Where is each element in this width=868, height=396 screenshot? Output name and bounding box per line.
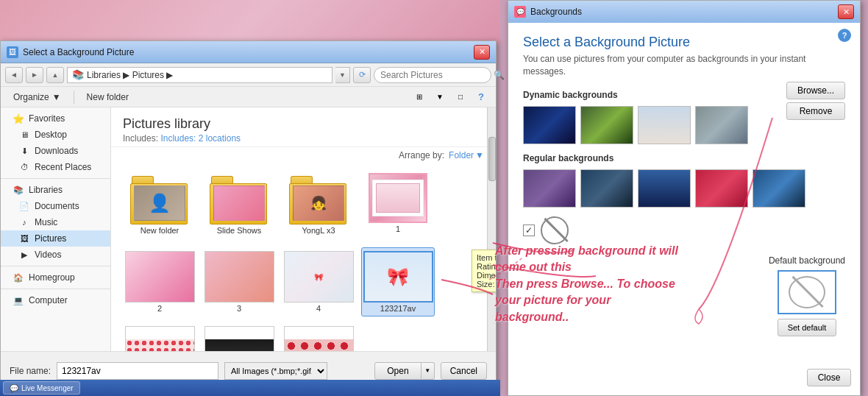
nav-downloads[interactable]: ⬇ Downloads xyxy=(1,143,110,159)
bg-right-buttons: Browse... Remove xyxy=(786,82,845,120)
nav-computer[interactable]: 💻 Computer xyxy=(1,292,110,308)
search-icon: 🔍 xyxy=(494,70,505,80)
regular-thumb-4[interactable] xyxy=(695,169,748,208)
backgrounds-dialog: 💬 Backgrounds ✕ ? Select a Background Pi… xyxy=(508,0,861,396)
forward-button[interactable]: ► xyxy=(26,67,43,83)
image-item[interactable] xyxy=(123,322,196,351)
folder-item[interactable]: 👧 YongL x3 xyxy=(282,169,355,238)
image-thumb-selected: 🎀 xyxy=(363,251,433,303)
folder-grid: 👤 New folder Slide Shows xyxy=(111,163,496,244)
folder-item[interactable]: 1 xyxy=(361,169,435,238)
help-icon[interactable]: ? xyxy=(838,29,851,42)
taskbar-messenger[interactable]: 💬 Live Messenger xyxy=(3,381,80,395)
nav-homegroup[interactable]: 🏠 Homegroup xyxy=(1,269,110,286)
search-box[interactable]: 🔍 xyxy=(374,67,491,83)
dynamic-thumb-3[interactable] xyxy=(638,106,691,144)
thumb-image xyxy=(581,107,633,144)
up-button[interactable]: ▲ xyxy=(46,67,64,83)
nav-libraries[interactable]: 📚 Libraries xyxy=(1,182,110,198)
back-button[interactable]: ◄ xyxy=(5,67,23,83)
image-item-selected[interactable]: 🎀 123217av xyxy=(361,247,435,317)
regular-section-title: Regular backgrounds xyxy=(523,153,845,163)
preview-button[interactable]: □ xyxy=(452,89,469,105)
dynamic-thumb-4[interactable] xyxy=(695,106,748,144)
default-bg-label: Default background xyxy=(769,255,845,266)
toolbar: Organize ▼ New folder ⊞ ▼ □ ? xyxy=(1,87,496,107)
organize-button[interactable]: Organize ▼ xyxy=(7,89,68,105)
thumb-image xyxy=(638,170,690,207)
refresh-button[interactable]: ⟳ xyxy=(353,67,371,83)
dynamic-thumb-1[interactable] xyxy=(523,106,576,144)
nav-recent-places[interactable]: ⏱ Recent Places xyxy=(1,159,110,175)
image-thumb-3 xyxy=(204,251,274,303)
image-thumb-4: 🎀 xyxy=(284,251,354,303)
address-dropdown[interactable]: ▼ xyxy=(335,67,350,83)
arrange-bar: Arrange by: Folder ▼ xyxy=(111,147,496,163)
filetype-select[interactable]: All Images (*.bmp;*.gif... xyxy=(224,362,327,380)
regular-thumb-1[interactable] xyxy=(523,169,576,208)
toolbar-right: ⊞ ▼ □ ? xyxy=(410,89,490,105)
close-button[interactable]: Close xyxy=(807,369,851,386)
filename-input[interactable] xyxy=(57,362,218,380)
help-button[interactable]: ? xyxy=(472,89,490,105)
image-name: 2 xyxy=(157,304,162,313)
search-input[interactable] xyxy=(380,70,491,80)
nav-bar: ◄ ► ▲ 📚 Libraries ▶ Pictures ▶ ▼ ⟳ 🔍 xyxy=(1,63,496,87)
image-item[interactable]: 2 xyxy=(123,247,196,317)
folder-name: New folder xyxy=(140,226,179,235)
thumb-image xyxy=(696,170,747,207)
remove-button[interactable]: Remove xyxy=(786,102,845,120)
image-item[interactable] xyxy=(202,322,276,351)
locations-link[interactable]: Includes: 2 locations xyxy=(160,133,241,144)
recent-places-icon: ⏱ xyxy=(18,161,30,173)
file-open-dialog: 🖼 Select a Background Picture ✕ ◄ ► ▲ 📚 … xyxy=(0,40,497,390)
folder-item[interactable]: 👤 New folder xyxy=(123,169,196,238)
scrollbar-thumb[interactable] xyxy=(488,137,496,181)
taskbar: 💬 Live Messenger xyxy=(0,380,500,396)
filename-label: File name: xyxy=(10,366,51,376)
image-grid-partial xyxy=(111,319,496,351)
documents-icon: 📄 xyxy=(18,200,30,212)
nav-documents[interactable]: 📄 Documents xyxy=(1,198,110,214)
nav-favorites[interactable]: ⭐ Favorites xyxy=(1,110,110,127)
bg-dialog-icon: 💬 xyxy=(514,6,526,18)
scrollbar-vertical[interactable] xyxy=(487,107,496,351)
nav-videos[interactable]: ▶ Videos xyxy=(1,247,110,263)
default-no-image-icon xyxy=(789,276,825,308)
nav-music[interactable]: ♪ Music xyxy=(1,214,110,230)
nav-divider-3 xyxy=(1,289,110,289)
view-icons-button[interactable]: ⊞ xyxy=(410,89,428,105)
dynamic-thumb-2[interactable] xyxy=(580,106,633,144)
nav-desktop[interactable]: 🖥 Desktop xyxy=(1,127,110,143)
open-button[interactable]: Open xyxy=(374,362,421,380)
thumb-image xyxy=(696,107,747,144)
close-button[interactable]: ✕ xyxy=(474,45,490,60)
bg-main-title: Select a Background Picture xyxy=(523,35,845,50)
arrange-dropdown[interactable]: Folder ▼ xyxy=(449,150,484,160)
bg-subtitle: You can use pictures from your computer … xyxy=(523,53,845,78)
cancel-button[interactable]: Cancel xyxy=(441,362,487,380)
folder-item[interactable]: Slide Shows xyxy=(202,169,276,238)
taskbar-icon: 💬 xyxy=(10,384,18,392)
open-dropdown-arrow[interactable]: ▼ xyxy=(421,362,435,380)
regular-thumb-3[interactable] xyxy=(638,169,691,208)
bg-close-title-button[interactable]: ✕ xyxy=(838,4,854,19)
new-folder-button[interactable]: New folder xyxy=(80,89,135,105)
view-list-button[interactable]: ▼ xyxy=(431,89,449,105)
nav-divider-2 xyxy=(1,266,110,266)
address-bar[interactable]: 📚 Libraries ▶ Pictures ▶ xyxy=(67,67,332,83)
image-thumb-2 xyxy=(125,251,195,303)
browse-button[interactable]: Browse... xyxy=(786,82,845,99)
libraries-icon: 📚 xyxy=(13,184,24,196)
image-item[interactable] xyxy=(282,322,355,351)
nav-pictures[interactable]: 🖼 Pictures xyxy=(1,230,110,247)
address-path: 📚 Libraries ▶ Pictures ▶ xyxy=(72,69,173,80)
image-item[interactable]: 🎀 4 xyxy=(282,247,355,317)
regular-thumb-2[interactable] xyxy=(580,169,633,208)
library-header: Pictures library Includes: Includes: 2 l… xyxy=(111,107,496,147)
set-default-button[interactable]: Set default xyxy=(778,319,836,336)
regular-thumb-5[interactable] xyxy=(753,169,805,208)
default-bg-thumb xyxy=(778,270,836,314)
no-image-checkbox[interactable]: ✓ xyxy=(523,224,535,236)
image-item[interactable]: 3 xyxy=(202,247,276,317)
